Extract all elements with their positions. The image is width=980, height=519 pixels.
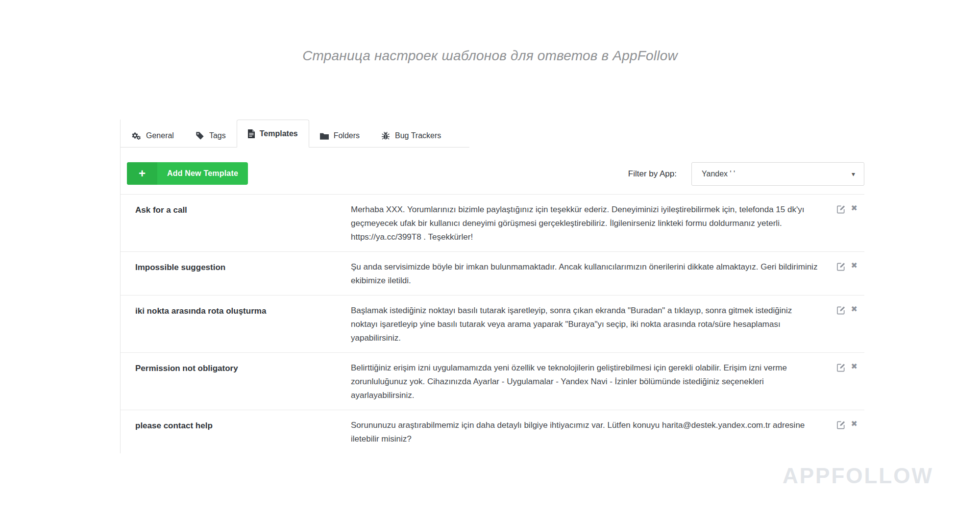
row-actions: ✖ xyxy=(820,260,864,288)
edit-template-button[interactable] xyxy=(836,262,846,272)
cogs-icon xyxy=(131,131,141,140)
filter-by-app-label: Filter by App: xyxy=(628,169,677,179)
close-icon: ✖ xyxy=(851,261,858,270)
tab-templates-label: Templates xyxy=(260,129,298,138)
app-filter-dropdown[interactable]: Yandex ' ' ▾ xyxy=(691,162,864,186)
templates-table: Ask for a call Merhaba XXX. Yorumlarınız… xyxy=(121,194,864,453)
template-content: Sorununuzu araştırabilmemiz için daha de… xyxy=(351,419,820,446)
tag-icon xyxy=(196,131,204,140)
plus-icon: + xyxy=(127,162,157,185)
template-name: please contact help xyxy=(121,419,351,446)
tab-tags-label: Tags xyxy=(209,131,226,140)
tab-general[interactable]: General xyxy=(121,124,185,147)
delete-template-button[interactable]: ✖ xyxy=(851,204,858,212)
row-actions: ✖ xyxy=(820,304,864,345)
page-title: Страница настроек шаблонов для ответов в… xyxy=(0,48,980,64)
template-content: Şu anda servisimizde böyle bir imkan bul… xyxy=(351,260,820,288)
tab-general-label: General xyxy=(146,131,174,140)
templates-toolbar: + Add New Template Filter by App: Yandex… xyxy=(121,162,864,185)
file-icon xyxy=(248,129,255,138)
filter-by-app-group: Filter by App: Yandex ' ' ▾ xyxy=(628,162,864,185)
close-icon: ✖ xyxy=(851,420,858,428)
settings-panel: General Tags Templates Folders xyxy=(120,120,864,453)
template-name: iki nokta arasında rota oluşturma xyxy=(121,304,351,345)
delete-template-button[interactable]: ✖ xyxy=(851,305,858,313)
tab-bug-trackers[interactable]: Bug Trackers xyxy=(370,124,452,147)
appfollow-settings-page: Страница настроек шаблонов для ответов в… xyxy=(0,0,980,519)
folder-icon xyxy=(320,132,329,140)
table-row: iki nokta arasında rota oluşturma Başlam… xyxy=(121,296,864,353)
edit-icon xyxy=(836,208,846,215)
template-name: Ask for a call xyxy=(121,203,351,244)
edit-icon xyxy=(836,366,846,373)
edit-icon xyxy=(836,423,846,431)
delete-template-button[interactable]: ✖ xyxy=(851,262,858,270)
template-name: Permission not obligatory xyxy=(121,361,351,402)
edit-template-button[interactable] xyxy=(836,305,846,316)
table-row: Impossible suggestion Şu anda servisimiz… xyxy=(121,252,864,296)
template-content: Başlamak istediğiniz noktayı basılı tuta… xyxy=(351,304,820,345)
table-row: Ask for a call Merhaba XXX. Yorumlarınız… xyxy=(121,195,864,252)
tab-folders[interactable]: Folders xyxy=(309,124,370,147)
edit-icon xyxy=(836,265,846,272)
delete-template-button[interactable]: ✖ xyxy=(851,420,858,428)
edit-template-button[interactable] xyxy=(836,420,846,430)
edit-template-button[interactable] xyxy=(836,204,846,215)
tab-bug-trackers-label: Bug Trackers xyxy=(395,131,441,140)
row-actions: ✖ xyxy=(820,203,864,244)
template-content: Belirttiğiniz erişim izni uygulamamızda … xyxy=(351,361,820,402)
table-row: Permission not obligatory Belirttiğiniz … xyxy=(121,353,864,410)
settings-tabbar: General Tags Templates Folders xyxy=(121,120,469,148)
template-name: Impossible suggestion xyxy=(121,260,351,288)
close-icon: ✖ xyxy=(851,204,858,212)
delete-template-button[interactable]: ✖ xyxy=(851,363,858,371)
tab-tags[interactable]: Tags xyxy=(185,124,237,147)
row-actions: ✖ xyxy=(820,419,864,446)
tab-templates[interactable]: Templates xyxy=(237,120,309,148)
close-icon: ✖ xyxy=(851,362,858,371)
row-actions: ✖ xyxy=(820,361,864,402)
edit-icon xyxy=(836,309,846,316)
chevron-down-icon: ▾ xyxy=(852,170,855,178)
tab-folders-label: Folders xyxy=(334,131,360,140)
app-filter-value: Yandex ' ' xyxy=(702,170,735,178)
bug-icon xyxy=(381,131,390,140)
appfollow-watermark: APPFOLLOW xyxy=(783,464,933,488)
add-new-template-button[interactable]: + Add New Template xyxy=(127,162,248,185)
edit-template-button[interactable] xyxy=(836,363,846,373)
add-new-template-label: Add New Template xyxy=(157,162,248,185)
table-row: please contact help Sorununuzu araştırab… xyxy=(121,410,864,453)
template-content: Merhaba XXX. Yorumlarınızı bizimle payla… xyxy=(351,203,820,244)
close-icon: ✖ xyxy=(851,305,858,313)
